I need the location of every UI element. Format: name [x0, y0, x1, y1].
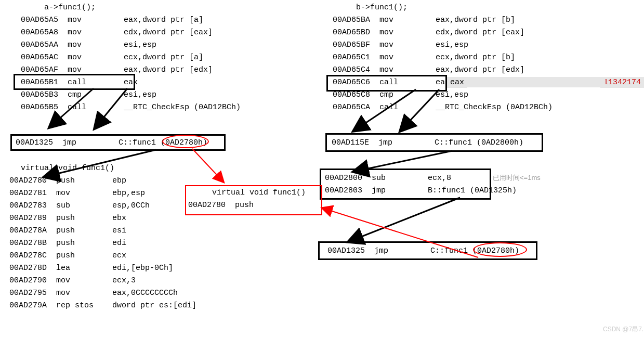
right-line-4: 00AD65C4 mov eax,dword ptr [edx] [333, 66, 524, 74]
right-jmp1-box [325, 133, 543, 152]
left-oval-red [162, 135, 209, 148]
right-line-0: 00AD65BA mov eax,dword ptr [b] [333, 16, 515, 24]
left-call-box [14, 74, 135, 90]
right-oval-red [473, 242, 527, 257]
left-virt-title: virtual void func1() [21, 164, 114, 173]
right-line-6: 00AD65C8 cmp esi,esp [333, 90, 468, 99]
left-line-0: 00AD65A5 mov eax,dword ptr [a] [21, 16, 203, 24]
left-body-1: 00AD2781 mov ebp,esp [9, 189, 145, 198]
eax-tooltip-value: 11342174 [600, 77, 644, 88]
right-line-2: 00AD65BF mov esi,esp [333, 41, 468, 49]
left-body-6: 00AD278C push ecx [9, 251, 126, 260]
timing-label: 已用时间<=1ms [493, 173, 541, 183]
right-call-box [326, 75, 447, 92]
right-line-3: 00AD65C1 mov ecx,dword ptr [b] [333, 53, 515, 62]
left-line-3: 00AD65AC mov ecx,dword ptr [a] [21, 53, 203, 62]
left-body-3: 00AD2789 push ebx [9, 214, 126, 223]
left-body-4: 00AD278A push esi [9, 226, 126, 235]
left-line-4: 00AD65AF mov eax,dword ptr [edx] [21, 66, 213, 74]
left-body-8: 00AD2790 mov ecx,3 [9, 276, 136, 285]
center-push: 00AD2780 push [188, 201, 254, 210]
watermark: CSDN @7昂7. [603, 325, 643, 334]
left-line-2: 00AD65AA mov esi,esp [21, 41, 156, 49]
center-virt-title: virtual void func1() [212, 188, 306, 197]
left-body-7: 00AD278D lea edi,[ebp-0Ch] [9, 264, 173, 273]
left-line-6: 00AD65B3 cmp esi,esp [21, 90, 156, 99]
right-line-7: 00AD65CA call __RTC_CheckEsp (0AD12BCh) [333, 103, 553, 112]
eax-tooltip-label: eax [447, 77, 467, 88]
left-body-5: 00AD278B push edi [9, 239, 126, 248]
left-body-9: 00AD2795 mov eax,0CCCCCCCCh [9, 289, 178, 297]
left-line-7: 00AD65B5 call __RTC_CheckEsp (0AD12BCh) [21, 103, 241, 112]
tooltip-bg [465, 77, 606, 87]
left-body-2: 00AD2783 sub esp,0CCh [9, 201, 150, 210]
right-sub-box [320, 168, 491, 200]
left-body-10: 00AD279A rep stos dword ptr es:[edi] [9, 301, 196, 310]
left-title: a->func1(); [44, 3, 96, 12]
left-line-1: 00AD65A8 mov edx,dword ptr [eax] [21, 28, 213, 37]
left-body-0: 00AD2780 push ebp [9, 176, 126, 185]
right-line-1: 00AD65BD mov edx,dword ptr [eax] [333, 28, 524, 37]
right-title: b->func1(); [356, 3, 408, 12]
